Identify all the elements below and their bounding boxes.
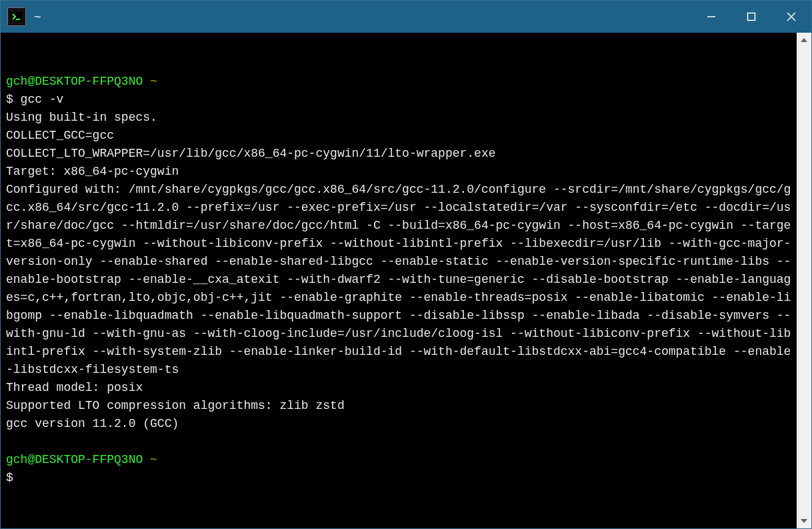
titlebar[interactable]: ~ — [1, 1, 811, 33]
maximize-button[interactable] — [731, 1, 771, 33]
minimize-button[interactable] — [691, 1, 731, 33]
client-area: gch@DESKTOP-FFPQ3NO ~ $ gcc -v Using bui… — [1, 33, 811, 528]
app-icon — [7, 7, 26, 26]
prompt-cwd: ~ — [150, 75, 157, 88]
window-title: ~ — [34, 10, 41, 24]
window-controls — [691, 1, 811, 33]
close-button[interactable] — [771, 1, 811, 33]
vertical-scrollbar[interactable] — [797, 33, 811, 528]
scroll-up-arrow-icon[interactable] — [797, 33, 811, 47]
prompt-cwd: ~ — [150, 453, 157, 466]
terminal-window: ~ gch@DESKTOP-FFPQ3NO ~ $ gcc -v Using b… — [0, 0, 812, 529]
prompt-symbol: $ — [6, 93, 21, 106]
command-output: Using built-in specs. COLLECT_GCC=gcc CO… — [6, 111, 791, 430]
scroll-down-arrow-icon[interactable] — [797, 514, 811, 528]
prompt-user-host: gch@DESKTOP-FFPQ3NO — [6, 453, 143, 466]
terminal[interactable]: gch@DESKTOP-FFPQ3NO ~ $ gcc -v Using bui… — [1, 33, 797, 528]
svg-rect-3 — [748, 13, 755, 21]
prompt-symbol: $ — [6, 471, 21, 484]
command-text: gcc -v — [21, 93, 64, 106]
cursor — [21, 471, 27, 484]
prompt-user-host: gch@DESKTOP-FFPQ3NO — [6, 75, 143, 88]
